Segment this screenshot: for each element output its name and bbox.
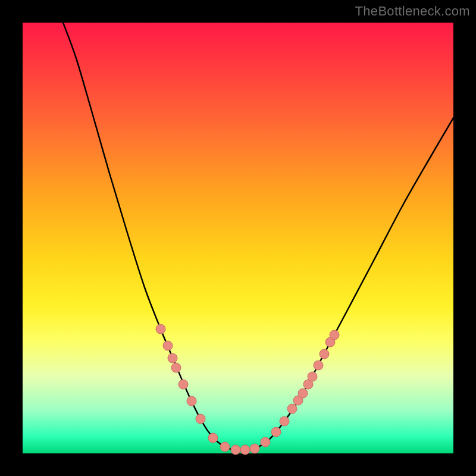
data-marker	[196, 414, 205, 424]
data-marker	[261, 437, 270, 447]
bottleneck-curve	[63, 23, 453, 450]
data-marker	[171, 363, 181, 372]
data-marker	[208, 433, 218, 443]
data-marker	[231, 445, 240, 455]
data-marker	[330, 330, 339, 340]
watermark-text: TheBottleneck.com	[355, 4, 470, 19]
chart-svg	[23, 23, 453, 453]
data-marker	[163, 341, 173, 350]
data-marker	[250, 444, 259, 453]
chart-frame: TheBottleneck.com	[0, 0, 476, 476]
marker-group	[156, 324, 339, 455]
data-marker	[308, 372, 317, 381]
data-marker	[220, 442, 230, 452]
data-marker	[168, 353, 177, 363]
data-marker	[178, 380, 188, 389]
data-marker	[271, 427, 281, 437]
data-marker	[280, 416, 289, 426]
data-marker	[187, 396, 196, 406]
data-marker	[240, 445, 250, 455]
data-marker	[320, 349, 329, 359]
data-marker	[298, 389, 308, 398]
data-marker	[314, 361, 323, 370]
data-marker	[156, 324, 165, 334]
data-marker	[287, 404, 297, 414]
plot-area	[23, 23, 453, 453]
